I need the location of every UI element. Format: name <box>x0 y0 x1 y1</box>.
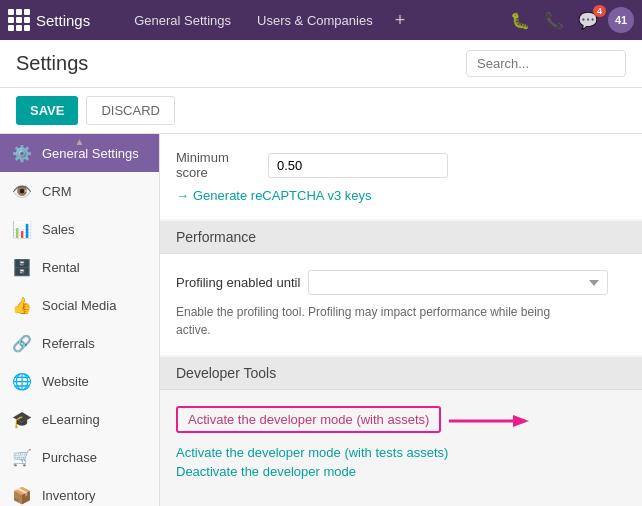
profiling-row: Profiling enabled until <box>176 270 626 295</box>
chat-icon[interactable]: 💬4 <box>574 7 602 34</box>
developer-tools-section: Developer Tools Activate the developer m… <box>160 357 642 499</box>
rental-icon: 🗄️ <box>12 257 32 277</box>
developer-tools-body: Activate the developer mode (with assets… <box>160 390 642 499</box>
sidebar-label-elearning: eLearning <box>42 412 100 427</box>
content-area: Minimumscore Generate reCAPTCHA v3 keys … <box>160 134 642 506</box>
svg-marker-1 <box>513 415 529 427</box>
sidebar-item-referrals[interactable]: 🔗 Referrals <box>0 324 159 362</box>
discard-button[interactable]: DISCARD <box>86 96 175 125</box>
nav-general-settings[interactable]: General Settings <box>122 7 243 34</box>
chat-badge: 4 <box>593 5 606 17</box>
topnav-icons: 🐛 📞 💬4 41 <box>506 7 634 34</box>
toolbar: SAVE DISCARD <box>0 88 642 134</box>
page-title: Settings <box>16 52 88 75</box>
pink-arrow-icon <box>449 409 529 437</box>
recaptcha-link[interactable]: Generate reCAPTCHA v3 keys <box>176 188 626 203</box>
sidebar-label-rental: Rental <box>42 260 80 275</box>
sidebar-label-inventory: Inventory <box>42 488 95 503</box>
minimum-score-row: Minimumscore <box>176 150 626 180</box>
elearning-icon: 🎓 <box>12 409 32 429</box>
sidebar-label-sales: Sales <box>42 222 75 237</box>
performance-section: Performance Profiling enabled until Enab… <box>160 221 642 355</box>
bug-icon[interactable]: 🐛 <box>506 7 534 34</box>
save-button[interactable]: SAVE <box>16 96 78 125</box>
website-icon: 🌐 <box>12 371 32 391</box>
performance-section-body: Profiling enabled until Enable the profi… <box>160 254 642 355</box>
sidebar-label-website: Website <box>42 374 89 389</box>
sidebar-item-crm[interactable]: 👁️ CRM <box>0 172 159 210</box>
sidebar-item-purchase[interactable]: 🛒 Purchase <box>0 438 159 476</box>
page-header: Settings <box>0 40 642 88</box>
nav-users-companies[interactable]: Users & Companies <box>245 7 385 34</box>
topnav: Settings General Settings Users & Compan… <box>0 0 642 40</box>
sidebar-label-referrals: Referrals <box>42 336 95 351</box>
avatar-badge: 41 <box>615 14 627 26</box>
minimum-score-label: Minimumscore <box>176 150 256 180</box>
phone-icon[interactable]: 📞 <box>540 7 568 34</box>
deactivate-dev-mode-link[interactable]: Deactivate the developer mode <box>176 464 626 479</box>
main-layout: ▲ ⚙️ General Settings 👁️ CRM 📊 Sales 🗄️ … <box>0 134 642 506</box>
referrals-icon: 🔗 <box>12 333 32 353</box>
user-avatar[interactable]: 41 <box>608 7 634 33</box>
social-media-icon: 👍 <box>12 295 32 315</box>
profiling-select[interactable] <box>308 270 608 295</box>
minimum-score-input[interactable] <box>268 153 448 178</box>
sidebar-item-sales[interactable]: 📊 Sales <box>0 210 159 248</box>
sidebar: ▲ ⚙️ General Settings 👁️ CRM 📊 Sales 🗄️ … <box>0 134 160 506</box>
sidebar-item-elearning[interactable]: 🎓 eLearning <box>0 400 159 438</box>
activate-dev-mode-assets-link[interactable]: Activate the developer mode (with assets… <box>176 406 441 433</box>
sidebar-item-rental[interactable]: 🗄️ Rental <box>0 248 159 286</box>
sidebar-item-website[interactable]: 🌐 Website <box>0 362 159 400</box>
purchase-icon: 🛒 <box>12 447 32 467</box>
profiling-desc: Enable the profiling tool. Profiling may… <box>176 303 626 339</box>
recaptcha-section-body: Minimumscore Generate reCAPTCHA v3 keys <box>160 134 642 219</box>
sales-icon: 📊 <box>12 219 32 239</box>
sidebar-label-social-media: Social Media <box>42 298 116 313</box>
sidebar-label-purchase: Purchase <box>42 450 97 465</box>
performance-section-header: Performance <box>160 221 642 254</box>
activate-dev-mode-tests-link[interactable]: Activate the developer mode (with tests … <box>176 445 626 460</box>
nav-add-button[interactable]: + <box>387 6 414 35</box>
sidebar-item-inventory[interactable]: 📦 Inventory <box>0 476 159 506</box>
inventory-icon: 📦 <box>12 485 32 505</box>
topnav-menu: General Settings Users & Companies + <box>122 6 506 35</box>
apps-grid-icon <box>8 9 30 31</box>
profiling-label: Profiling enabled until <box>176 275 300 290</box>
search-input[interactable] <box>466 50 626 77</box>
sidebar-label-crm: CRM <box>42 184 72 199</box>
crm-icon: 👁️ <box>12 181 32 201</box>
app-title: Settings <box>36 12 90 29</box>
sidebar-scroll-up[interactable]: ▲ <box>0 134 159 149</box>
highlighted-link-row: Activate the developer mode (with assets… <box>176 406 626 439</box>
developer-tools-header: Developer Tools <box>160 357 642 390</box>
sidebar-item-social-media[interactable]: 👍 Social Media <box>0 286 159 324</box>
apps-menu[interactable]: Settings <box>8 9 110 31</box>
